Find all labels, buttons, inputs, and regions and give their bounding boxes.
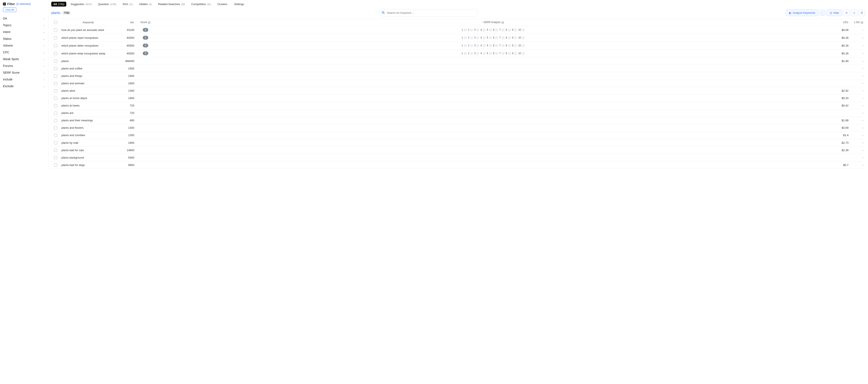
- serp-pos[interactable]: 10: [518, 52, 524, 55]
- row-checkbox[interactable]: [54, 141, 57, 145]
- tab-question[interactable]: Question (2709): [96, 2, 119, 6]
- tab-competition[interactable]: Competition (42): [189, 2, 213, 6]
- cell-keyword[interactable]: plants bad for cats: [60, 147, 117, 154]
- cell-keyword[interactable]: plants and flowers: [60, 124, 117, 131]
- filter-item-serp-score[interactable]: SERP Score⌄: [3, 69, 45, 76]
- list-settings-button[interactable]: ☰: [859, 10, 865, 16]
- row-checkbox[interactable]: [54, 89, 57, 93]
- filter-item-include[interactable]: Include⌄: [3, 76, 45, 83]
- row-checkbox[interactable]: [54, 156, 57, 159]
- filter-item-volume[interactable]: Volume⌄: [3, 42, 45, 49]
- serp-pos[interactable]: 9: [512, 44, 517, 47]
- clear-all-button[interactable]: Clear All: [3, 7, 16, 12]
- serp-pos[interactable]: 9: [512, 52, 517, 55]
- tab-all[interactable]: All (7782): [51, 2, 66, 6]
- serp-pos[interactable]: 3: [474, 28, 479, 31]
- cell-keyword[interactable]: plants by mail: [60, 139, 117, 147]
- col-lda[interactable]: L.DAi: [850, 19, 865, 26]
- serp-pos[interactable]: 6: [493, 28, 498, 31]
- row-checkbox[interactable]: [54, 104, 57, 107]
- tab-paa[interactable]: PAA (11): [121, 2, 135, 6]
- serp-pos[interactable]: 4: [480, 28, 486, 31]
- filter-item-forums[interactable]: Forums⌄: [3, 62, 45, 69]
- filter-item-topics[interactable]: Topics⌄: [3, 22, 45, 29]
- filter-item-status[interactable]: Status⌄: [3, 35, 45, 42]
- serp-pos[interactable]: 6: [493, 52, 498, 55]
- serp-pos[interactable]: 3: [474, 36, 479, 39]
- cell-keyword[interactable]: plants are: [60, 109, 117, 117]
- serp-pos[interactable]: 10: [518, 36, 524, 39]
- info-icon[interactable]: i: [501, 21, 504, 24]
- copy-button[interactable]: ⎘: [843, 10, 850, 16]
- col-vol[interactable]: Vol.: [117, 19, 136, 26]
- filter-item-cpc[interactable]: CPC⌄: [3, 49, 45, 56]
- row-checkbox[interactable]: [54, 119, 57, 122]
- cell-keyword[interactable]: plants at lowes: [60, 102, 117, 109]
- cell-keyword[interactable]: plants at home depot: [60, 94, 117, 102]
- serp-pos[interactable]: 2: [468, 28, 473, 31]
- serp-pos[interactable]: 5: [487, 52, 492, 55]
- serp-pos[interactable]: 9: [512, 36, 517, 39]
- row-checkbox[interactable]: [54, 28, 57, 32]
- serp-pos[interactable]: 7: [499, 52, 504, 55]
- row-checkbox[interactable]: [54, 74, 57, 78]
- serp-pos[interactable]: 7: [499, 44, 504, 47]
- cell-keyword[interactable]: how do you plant an avocado seed: [60, 26, 117, 34]
- serp-pos[interactable]: 4: [480, 44, 486, 47]
- tab-related-searches[interactable]: Related Searches (20): [156, 2, 187, 6]
- col-cpc[interactable]: CPC: [831, 19, 850, 26]
- serp-pos[interactable]: 8: [505, 36, 511, 39]
- cell-keyword[interactable]: which plants deter mosquitoes: [60, 42, 117, 50]
- serp-pos[interactable]: 4: [480, 36, 486, 39]
- keyword-text[interactable]: plants: [51, 11, 60, 15]
- row-checkbox[interactable]: [54, 67, 57, 70]
- row-checkbox[interactable]: [54, 126, 57, 130]
- serp-pos[interactable]: 9: [512, 28, 517, 31]
- row-checkbox[interactable]: [54, 97, 57, 100]
- serp-pos[interactable]: 6: [493, 44, 498, 47]
- serp-pos[interactable]: 5: [487, 44, 492, 47]
- col-serp[interactable]: ↑SERP Analysisi: [155, 19, 831, 26]
- serp-pos[interactable]: 7: [499, 36, 504, 39]
- serp-pos[interactable]: 1: [462, 52, 467, 55]
- serp-pos[interactable]: 10: [518, 28, 524, 31]
- row-checkbox[interactable]: [54, 52, 57, 55]
- serp-pos[interactable]: 6: [493, 36, 498, 39]
- col-score[interactable]: Scorei: [136, 19, 155, 26]
- info-icon[interactable]: i: [148, 21, 151, 24]
- filter-item-exclude[interactable]: Exclude⌄: [3, 83, 45, 90]
- serp-pos[interactable]: 2: [468, 44, 473, 47]
- serp-pos[interactable]: 3: [474, 52, 479, 55]
- serp-pos[interactable]: 10: [518, 44, 524, 47]
- serp-pos[interactable]: 7: [499, 28, 504, 31]
- row-checkbox[interactable]: [54, 44, 57, 47]
- cell-keyword[interactable]: plants and their meanings: [60, 117, 117, 124]
- tab-hidden[interactable]: Hidden (0): [137, 2, 154, 6]
- serp-pos[interactable]: 1: [462, 44, 467, 47]
- cell-keyword[interactable]: plants: [60, 57, 117, 65]
- serp-pos[interactable]: 1: [462, 36, 467, 39]
- row-checkbox[interactable]: [54, 60, 57, 63]
- hide-button[interactable]: ◎ Hide: [827, 9, 842, 16]
- cell-keyword[interactable]: plants and coffee: [60, 65, 117, 72]
- row-checkbox[interactable]: [54, 36, 57, 39]
- analyze-dropdown-toggle[interactable]: ⌄: [820, 10, 825, 16]
- serp-pos[interactable]: 8: [505, 44, 511, 47]
- export-button[interactable]: ⍐: [851, 10, 858, 16]
- serp-pos[interactable]: 5: [487, 36, 492, 39]
- tab-suggestion[interactable]: Suggestion (5073): [68, 2, 94, 6]
- cell-keyword[interactable]: plants and animals: [60, 79, 117, 87]
- serp-pos[interactable]: 3: [474, 44, 479, 47]
- collapse-icon[interactable]: ‹: [3, 3, 6, 5]
- row-checkbox[interactable]: [54, 82, 57, 85]
- col-keywords[interactable]: Keywords: [60, 19, 117, 26]
- tab-settings[interactable]: Settings: [232, 2, 247, 6]
- serp-pos[interactable]: 2: [468, 36, 473, 39]
- serp-pos[interactable]: 5: [487, 28, 492, 31]
- filter-item-weak-spots[interactable]: Weak Spots⌄: [3, 56, 45, 62]
- select-all-checkbox[interactable]: [54, 21, 57, 24]
- analyze-keywords-button[interactable]: ◐ Analyze Keywords: [786, 9, 818, 16]
- serp-pos[interactable]: 8: [505, 28, 511, 31]
- row-checkbox[interactable]: [54, 134, 57, 137]
- filter-item-da[interactable]: DA⌄: [3, 15, 45, 22]
